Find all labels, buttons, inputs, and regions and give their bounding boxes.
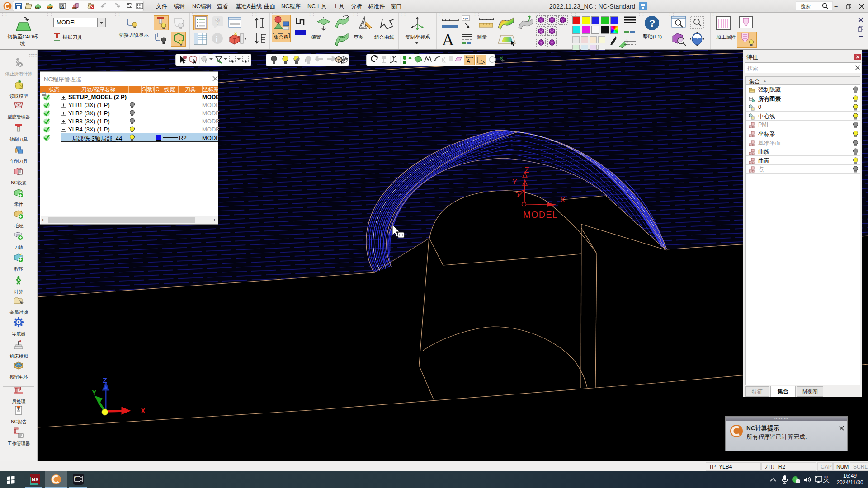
- svg-text:?: ?: [215, 17, 220, 26]
- svg-text:X: X: [560, 196, 565, 204]
- svg-text:?: ?: [649, 18, 655, 29]
- svg-text:X: X: [141, 407, 146, 415]
- svg-text:NX: NX: [32, 477, 39, 482]
- svg-text:Z: Z: [524, 166, 529, 174]
- svg-text:HM: HM: [60, 7, 64, 9]
- svg-text:Y: Y: [92, 389, 97, 397]
- svg-text:xyz: xyz: [463, 16, 468, 20]
- svg-text:HM: HM: [35, 7, 39, 9]
- svg-text:A: A: [442, 31, 454, 48]
- svg-text:Y: Y: [512, 178, 517, 186]
- svg-text:HM: HM: [72, 7, 76, 9]
- svg-text:HM: HM: [47, 7, 52, 9]
- svg-text:A: A: [467, 58, 470, 65]
- svg-text:i: i: [216, 35, 218, 43]
- svg-text:Z: Z: [103, 377, 107, 385]
- svg-text:MODEL: MODEL: [523, 210, 557, 220]
